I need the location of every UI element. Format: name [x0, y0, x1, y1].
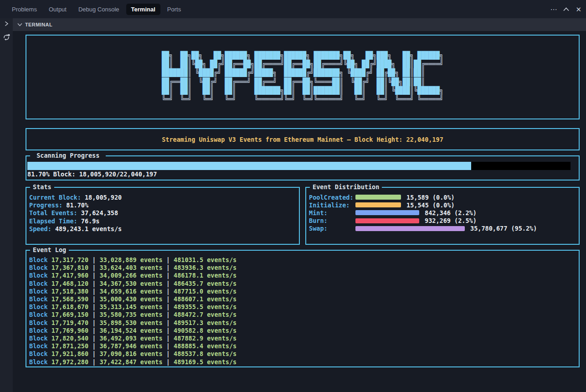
progress-text: 81.70%Block: 18,005,920/22,040,197 — [27, 170, 571, 178]
banner-ascii-art: ██╗ ██╗██╗ ██╗██████╗ ███████╗██████╗ ██… — [162, 51, 443, 103]
event-log-row: Block 17,568,590 | 35,000,430 events | 4… — [29, 295, 575, 303]
event-log-row: Block 17,518,380 | 34,659,616 events | 4… — [29, 288, 575, 295]
event-log-row: Block 17,468,120 | 34,367,530 events | 4… — [29, 280, 575, 288]
event-log-row: Block 17,417,960 | 34,009,266 events | 4… — [29, 272, 575, 279]
distribution-bar — [355, 210, 419, 215]
event-log-title: Event Log — [30, 246, 69, 254]
progress-percent: 81.70% — [27, 170, 50, 178]
stat-row: Elapsed Time: 76.9s — [29, 217, 295, 225]
banner-box: ██╗ ██╗██╗ ██╗██████╗ ███████╗██████╗ ██… — [26, 35, 580, 119]
event-log-box: Event Log Block 17,317,720 | 33,028,889 … — [26, 250, 580, 367]
subtitle-box: Streaming Uniswap V3 Events from Ethereu… — [26, 128, 580, 150]
stat-row: Total Events: 37,624,358 — [29, 209, 295, 217]
distribution-row: Mint:842,346 (2.2%) — [309, 209, 574, 217]
distribution-bar — [355, 202, 401, 207]
panel-actions: ⋯ ✕ — [550, 6, 581, 13]
tab-debug-console[interactable]: Debug Console — [73, 4, 124, 15]
terminal-side-strip — [0, 18, 13, 392]
tab-ports[interactable]: Ports — [162, 4, 186, 15]
tab-output[interactable]: Output — [44, 4, 72, 15]
progress-bar — [27, 162, 571, 170]
event-log-row: Block 17,820,540 | 36,492,093 events | 4… — [29, 335, 575, 342]
event-distribution-title: Event Distribution — [310, 183, 382, 191]
progress-bar-fill — [27, 162, 471, 170]
scanning-progress-box: Scanning Progress 81.70%Block: 18,005,92… — [26, 155, 580, 181]
distribution-bar — [355, 218, 419, 223]
stream-subtitle: Streaming Uniswap V3 Events from Ethereu… — [162, 136, 443, 143]
terminal-header: TERMINAL — [13, 18, 586, 31]
tab-problems[interactable]: Problems — [7, 4, 42, 15]
stat-row: Speed: 489,243.1 events/s — [29, 225, 295, 233]
distribution-row: Initialize:15,545 (0.0%) — [309, 201, 574, 209]
event-log-row: Block 17,317,720 | 33,028,889 events | 4… — [29, 256, 575, 264]
distribution-row: Swap:35,780,677 (95.2%) — [309, 225, 574, 232]
tab-terminal[interactable]: Terminal — [126, 4, 160, 15]
more-actions-icon[interactable]: ⋯ — [550, 6, 557, 13]
stats-title: Stats — [30, 183, 54, 191]
event-log-row: Block 17,669,150 | 35,580,735 events | 4… — [29, 311, 575, 319]
event-log-row: Block 17,871,250 | 36,787,946 events | 4… — [29, 342, 575, 350]
distribution-bar — [355, 226, 465, 231]
distribution-bar — [355, 195, 401, 200]
event-log-row: Block 17,972,280 | 37,422,847 events | 4… — [29, 358, 575, 366]
event-log-row: Block 17,921,860 | 37,090,816 events | 4… — [29, 350, 575, 358]
scanning-progress-title: Scanning Progress — [30, 152, 106, 160]
event-log-row: Block 17,367,810 | 33,624,403 events | 4… — [29, 264, 575, 272]
event-log-row: Block 17,769,960 | 36,194,524 events | 4… — [29, 327, 575, 335]
panel-tabbar: Problems Output Debug Console Terminal P… — [0, 0, 586, 18]
stats-box: Stats Current Block: 18,005,920Progress:… — [26, 187, 300, 245]
event-log-row: Block 17,719,470 | 35,898,530 events | 4… — [29, 319, 575, 327]
distribution-row: Burn:932,269 (2.5%) — [309, 217, 574, 225]
event-distribution-box: Event Distribution PoolCreated:15,589 (0… — [305, 187, 580, 245]
chevron-right-icon[interactable] — [4, 21, 9, 27]
event-log-row: Block 17,618,670 | 35,313,145 events | 4… — [29, 303, 575, 311]
maximize-panel-icon[interactable] — [563, 7, 569, 11]
progress-detail: Block: 18,005,920/22,040,197 — [53, 170, 157, 178]
stat-row: Current Block: 18,005,920 — [29, 194, 295, 201]
distribution-row: PoolCreated:15,589 (0.0%) — [309, 193, 574, 201]
terminal-content: ██╗ ██╗██╗ ██╗██████╗ ███████╗██████╗ ██… — [13, 31, 586, 392]
chevron-down-icon[interactable] — [17, 23, 22, 26]
close-panel-icon[interactable]: ✕ — [576, 6, 581, 13]
stat-row: Progress: 81.70% — [29, 201, 295, 209]
sync-icon[interactable] — [3, 34, 10, 42]
terminal-header-label: TERMINAL — [25, 22, 52, 27]
